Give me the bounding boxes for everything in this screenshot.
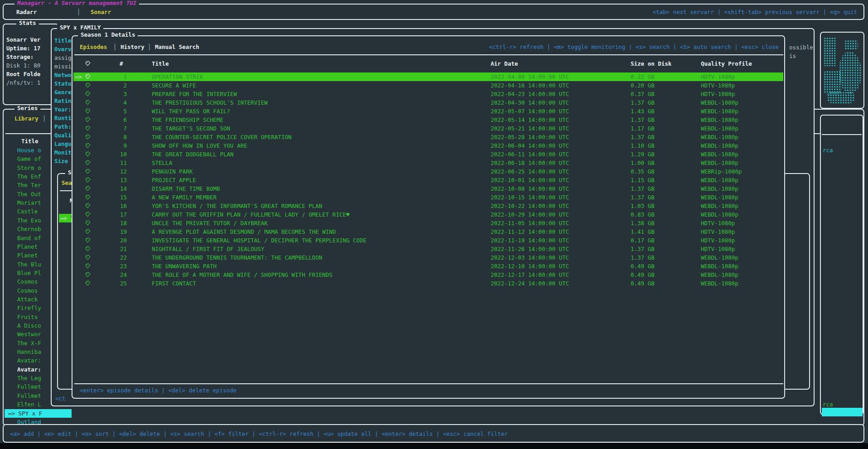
tab-manual-search[interactable]: Manual Search bbox=[155, 43, 199, 51]
tab-radarr[interactable]: Radarr bbox=[16, 8, 37, 16]
tag-icon bbox=[85, 185, 91, 193]
episode-row[interactable]: 11STELLA2022-06-18 14:00:00 UTC1.00 GBWE… bbox=[72, 159, 783, 167]
series-item[interactable]: A Disco bbox=[17, 321, 41, 330]
episode-row[interactable]: 17CARRY OUT THE GRIFFIN PLAN / FULLMETAL… bbox=[72, 210, 783, 219]
series-item[interactable]: Blue Pl bbox=[17, 269, 41, 277]
tab-episodes[interactable]: Episodes bbox=[80, 43, 107, 51]
series-item[interactable]: Cosmos bbox=[17, 286, 38, 295]
field-label: Monit bbox=[54, 148, 72, 157]
col-air-date: Air Date bbox=[491, 59, 518, 68]
episode-air-date: 2022-11-12 14:00:00 UTC bbox=[491, 227, 569, 236]
series-item[interactable]: Attack bbox=[17, 295, 38, 304]
season-footer-help: <enter> episode details | <del> delete e… bbox=[80, 386, 236, 395]
episode-title: NIGHTFALL / FIRST FIT OF JEALOUSY bbox=[152, 245, 264, 253]
tag-icon bbox=[85, 82, 91, 90]
field-label: Statu bbox=[54, 79, 72, 88]
episode-row[interactable]: 20INVESTIGATE THE GENERAL HOSPITAL / DEC… bbox=[72, 236, 783, 245]
field-label: Quali bbox=[54, 131, 72, 140]
episode-quality: WEBDL-1080p bbox=[701, 270, 738, 279]
tag-icon bbox=[85, 219, 91, 228]
episode-row[interactable]: 22THE UNDERGROUND TENNIS TOURNAMENT: THE… bbox=[72, 253, 783, 262]
episode-row[interactable]: 18UNCLE THE PRIVATE TUTOR / DAYBREAK2022… bbox=[72, 219, 783, 227]
series-item[interactable]: Hanniba bbox=[17, 348, 41, 356]
series-item[interactable]: Band of bbox=[17, 234, 41, 242]
series-item[interactable]: Storm o bbox=[17, 164, 41, 172]
series-item[interactable]: Cosmos bbox=[17, 277, 38, 286]
series-item[interactable]: The Ter bbox=[17, 181, 41, 189]
field-label: Year: bbox=[54, 105, 72, 114]
series-item[interactable]: The Exo bbox=[17, 216, 41, 225]
episode-row[interactable]: 6THE FRIENDSHIP SCHEME2022-05-14 14:00:0… bbox=[72, 116, 783, 124]
series-item[interactable]: Game of bbox=[17, 154, 41, 163]
episode-row[interactable]: 25FIRST CONTACT2022-12-24 14:00:00 UTC0.… bbox=[72, 279, 783, 288]
tag-icon bbox=[85, 176, 91, 185]
episode-row[interactable]: 9SHOW OFF HOW IN LOVE YOU ARE2022-06-04 … bbox=[72, 141, 783, 150]
series-item[interactable]: Westwor bbox=[17, 330, 41, 338]
episode-row[interactable]: 2SECURE A WIFE2022-04-16 14:00:00 UTC0.2… bbox=[72, 81, 783, 90]
series-item[interactable]: Avatar: bbox=[17, 356, 41, 365]
episode-row[interactable]: 24THE ROLE OF A MOTHER AND WIFE / SHOPPI… bbox=[72, 270, 783, 279]
episode-quality: WEBDL-1080p bbox=[701, 279, 738, 288]
stats-panel-title: Stats bbox=[16, 19, 39, 26]
episode-row[interactable]: 14DISARM THE TIME BOMB2022-10-08 14:00:0… bbox=[72, 184, 783, 193]
tab-library[interactable]: Library bbox=[14, 114, 39, 123]
tab-sonarr[interactable]: Sonarr bbox=[91, 8, 111, 16]
episode-num: 16 bbox=[116, 202, 127, 210]
series-item[interactable]: Chernob bbox=[17, 225, 41, 233]
episode-quality: HDTV-1080p bbox=[701, 81, 735, 90]
episode-num: 15 bbox=[116, 193, 127, 202]
series-item[interactable]: The Blu bbox=[17, 260, 41, 269]
series-item[interactable]: The Out bbox=[17, 190, 41, 198]
episode-row[interactable]: 5WILL THEY PASS OR FAIL?2022-05-07 14:00… bbox=[72, 107, 783, 116]
episode-size: 1.37 GB bbox=[631, 133, 655, 141]
episode-row[interactable]: 8THE COUNTER-SECRET POLICE COVER OPERATI… bbox=[72, 133, 783, 141]
episode-row[interactable]: 16YOR'S KITCHEN / THE INFORMANT'S GREAT … bbox=[72, 202, 783, 210]
episode-quality: WEBDL-1080p bbox=[701, 150, 738, 159]
series-item[interactable]: The Enf bbox=[17, 172, 41, 181]
series-item[interactable]: Fruits bbox=[17, 313, 38, 321]
episode-title: FIRST CONTACT bbox=[152, 279, 196, 288]
top-bar-help: <tab> next servarr | <shift-tab> previou… bbox=[652, 8, 857, 16]
series-item[interactable]: The X-F bbox=[17, 339, 41, 348]
episode-row[interactable]: 13PROJECT APPLE2022-10-01 14:00:00 UTC1.… bbox=[72, 176, 783, 184]
episode-row[interactable]: 21NIGHTFALL / FIRST FIT OF JEALOUSY2022-… bbox=[72, 245, 783, 253]
episode-num: 8 bbox=[116, 133, 127, 141]
series-item[interactable]: Planet bbox=[17, 242, 38, 251]
series-item[interactable]: The Leg bbox=[17, 374, 41, 382]
series-item[interactable]: Fullmet bbox=[17, 382, 41, 391]
season-details-panel: Season 1 Details Episodes │ History │ Ma… bbox=[72, 35, 785, 399]
series-column-header: Title bbox=[21, 137, 39, 145]
episode-quality: HDTV-1080p bbox=[701, 90, 735, 98]
episode-row[interactable]: 23THE UNWAVERING PATH2022-12-10 14:00:00… bbox=[72, 262, 783, 270]
field-label: Ratin bbox=[54, 97, 72, 105]
series-item[interactable]: Planet bbox=[17, 251, 38, 260]
right-strip-panel: rca rca bbox=[820, 115, 863, 415]
series-item[interactable]: Firefly bbox=[17, 304, 41, 312]
series-item-selected[interactable]: => SPY x F bbox=[5, 409, 72, 418]
episode-row[interactable]: 4THE PRESTIGIOUS SCHOOL'S INTERVIEW2022-… bbox=[72, 98, 783, 107]
tab-history[interactable]: History bbox=[121, 43, 145, 51]
series-cell-fragment: rca bbox=[823, 146, 833, 154]
managarr-screen: Series Library │ Title House oGame ofSto… bbox=[0, 0, 868, 449]
episode-row[interactable]: 19A REVENGE PLOT AGAINST DESMOND / MAMA … bbox=[72, 227, 783, 236]
series-item[interactable]: Elfen L bbox=[17, 400, 41, 409]
episode-row[interactable]: 15A NEW FAMILY MEMBER2022-10-15 14:00:00… bbox=[72, 193, 783, 202]
tag-icon bbox=[85, 60, 91, 68]
episode-air-date: 2022-04-09 14:00:00 UTC bbox=[491, 72, 569, 81]
episode-air-date: 2022-05-21 14:00:00 UTC bbox=[491, 124, 569, 133]
episode-row[interactable]: 3PREPARE FOR THE INTERVIEW2022-04-23 14:… bbox=[72, 90, 783, 98]
series-item[interactable]: Castle bbox=[17, 207, 38, 216]
episode-row[interactable]: => 1OPERATION STRIX2022-04-09 14:00:00 U… bbox=[72, 72, 783, 81]
episode-size: 1.37 GB bbox=[631, 98, 655, 107]
episode-quality: HDTV-1080p bbox=[701, 227, 735, 236]
series-item[interactable]: Fullmet bbox=[17, 391, 41, 400]
episode-row[interactable]: 10THE GREAT DODGEBALL PLAN2022-06-11 14:… bbox=[72, 150, 783, 159]
episode-row[interactable]: 12PENGUIN PARK2022-06-25 14:00:00 UTC0.3… bbox=[72, 167, 783, 176]
episode-quality: WEBDL-1080p bbox=[701, 159, 738, 167]
series-details-help-fragment: <ct bbox=[55, 394, 66, 403]
episode-row[interactable]: 7THE TARGET'S SECOND SON2022-05-21 14:00… bbox=[72, 124, 783, 133]
series-item[interactable]: House o bbox=[17, 146, 41, 154]
episode-title: THE COUNTER-SECRET POLICE COVER OPERATIO… bbox=[152, 133, 292, 141]
series-item[interactable]: Avatar: bbox=[17, 365, 41, 374]
series-item[interactable]: Moriart bbox=[17, 198, 41, 207]
